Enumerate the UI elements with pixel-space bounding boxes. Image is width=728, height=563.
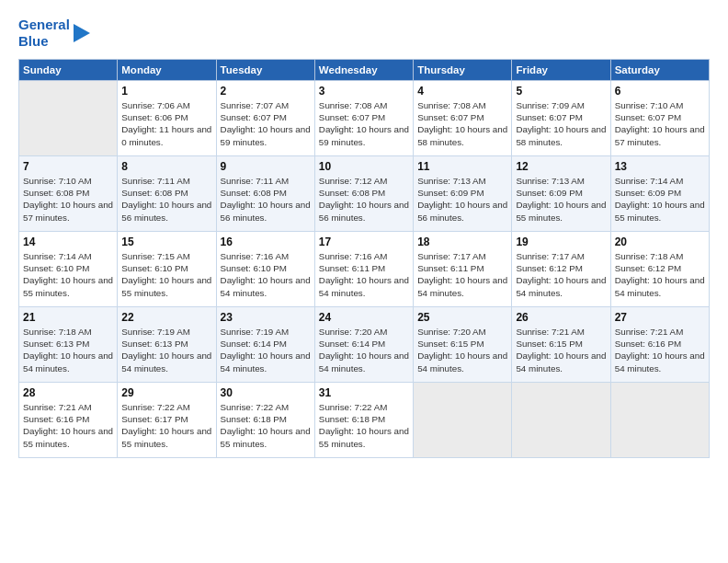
day-info: Sunrise: 7:13 AMSunset: 6:09 PMDaylight:…	[516, 175, 606, 224]
day-cell: 29Sunrise: 7:22 AMSunset: 6:17 PMDayligh…	[118, 383, 216, 458]
day-cell	[610, 383, 709, 458]
day-cell: 19Sunrise: 7:17 AMSunset: 6:12 PMDayligh…	[512, 232, 610, 307]
day-cell: 7Sunrise: 7:10 AMSunset: 6:08 PMDaylight…	[19, 156, 118, 232]
day-cell: 5Sunrise: 7:09 AMSunset: 6:07 PMDaylight…	[512, 81, 610, 156]
day-info: Sunrise: 7:11 AMSunset: 6:08 PMDaylight:…	[221, 175, 311, 224]
day-info: Sunrise: 7:18 AMSunset: 6:13 PMDaylight:…	[23, 326, 113, 374]
day-number: 28	[23, 386, 113, 399]
day-cell: 25Sunrise: 7:20 AMSunset: 6:15 PMDayligh…	[414, 307, 512, 383]
day-number: 19	[516, 236, 606, 248]
day-info: Sunrise: 7:07 AMSunset: 6:07 PMDaylight:…	[221, 99, 311, 148]
logo-text-line2: Blue	[18, 33, 49, 50]
header-day: Saturday	[610, 60, 709, 81]
day-cell: 28Sunrise: 7:21 AMSunset: 6:16 PMDayligh…	[19, 383, 118, 458]
day-info: Sunrise: 7:17 AMSunset: 6:12 PMDaylight:…	[516, 250, 606, 299]
day-info: Sunrise: 7:21 AMSunset: 6:16 PMDaylight:…	[23, 401, 113, 450]
day-number: 22	[121, 311, 211, 324]
day-info: Sunrise: 7:15 AMSunset: 6:10 PMDaylight:…	[121, 250, 211, 299]
header-row: SundayMondayTuesdayWednesdayThursdayFrid…	[19, 60, 710, 81]
day-info: Sunrise: 7:20 AMSunset: 6:14 PMDaylight:…	[319, 326, 409, 374]
day-number: 10	[319, 160, 409, 173]
day-cell: 27Sunrise: 7:21 AMSunset: 6:16 PMDayligh…	[610, 307, 709, 383]
day-cell	[512, 383, 610, 458]
day-info: Sunrise: 7:10 AMSunset: 6:08 PMDaylight:…	[23, 175, 113, 224]
day-number: 29	[121, 386, 211, 399]
day-info: Sunrise: 7:13 AMSunset: 6:09 PMDaylight:…	[417, 175, 507, 224]
day-number: 6	[615, 85, 705, 98]
day-number: 15	[121, 236, 211, 248]
day-number: 20	[615, 236, 705, 248]
day-cell: 11Sunrise: 7:13 AMSunset: 6:09 PMDayligh…	[414, 156, 512, 232]
day-number: 14	[23, 236, 113, 248]
day-cell: 16Sunrise: 7:16 AMSunset: 6:10 PMDayligh…	[216, 232, 314, 307]
day-number: 30	[221, 386, 311, 399]
svg-marker-0	[74, 24, 90, 42]
day-info: Sunrise: 7:10 AMSunset: 6:07 PMDaylight:…	[615, 99, 705, 148]
day-cell: 30Sunrise: 7:22 AMSunset: 6:18 PMDayligh…	[216, 383, 314, 458]
day-info: Sunrise: 7:19 AMSunset: 6:14 PMDaylight:…	[221, 326, 311, 374]
day-number: 24	[319, 311, 409, 324]
day-number: 26	[516, 311, 606, 324]
day-cell: 23Sunrise: 7:19 AMSunset: 6:14 PMDayligh…	[216, 307, 314, 383]
day-info: Sunrise: 7:12 AMSunset: 6:08 PMDaylight:…	[319, 175, 409, 224]
day-number: 3	[319, 85, 409, 98]
day-number: 21	[23, 311, 113, 324]
day-number: 13	[615, 160, 705, 173]
day-number: 5	[516, 85, 606, 98]
day-number: 11	[417, 160, 507, 173]
day-cell: 18Sunrise: 7:17 AMSunset: 6:11 PMDayligh…	[414, 232, 512, 307]
day-cell: 1Sunrise: 7:06 AMSunset: 6:06 PMDaylight…	[118, 81, 216, 156]
day-number: 12	[516, 160, 606, 173]
day-cell: 12Sunrise: 7:13 AMSunset: 6:09 PMDayligh…	[512, 156, 610, 232]
day-info: Sunrise: 7:22 AMSunset: 6:18 PMDaylight:…	[319, 401, 409, 450]
day-number: 9	[221, 160, 311, 173]
day-cell	[19, 81, 118, 156]
day-info: Sunrise: 7:22 AMSunset: 6:17 PMDaylight:…	[121, 401, 211, 450]
header-day: Friday	[512, 60, 610, 81]
day-info: Sunrise: 7:18 AMSunset: 6:12 PMDaylight:…	[615, 250, 705, 299]
week-row: 1Sunrise: 7:06 AMSunset: 6:06 PMDaylight…	[19, 81, 710, 156]
day-info: Sunrise: 7:09 AMSunset: 6:07 PMDaylight:…	[516, 99, 606, 148]
logo-arrow-icon	[72, 20, 92, 46]
week-row: 28Sunrise: 7:21 AMSunset: 6:16 PMDayligh…	[19, 383, 710, 458]
day-cell: 22Sunrise: 7:19 AMSunset: 6:13 PMDayligh…	[118, 307, 216, 383]
day-info: Sunrise: 7:16 AMSunset: 6:10 PMDaylight:…	[221, 250, 311, 299]
header-day: Monday	[118, 60, 216, 81]
day-cell: 14Sunrise: 7:14 AMSunset: 6:10 PMDayligh…	[19, 232, 118, 307]
day-info: Sunrise: 7:08 AMSunset: 6:07 PMDaylight:…	[417, 99, 507, 148]
day-cell: 2Sunrise: 7:07 AMSunset: 6:07 PMDaylight…	[216, 81, 314, 156]
day-info: Sunrise: 7:16 AMSunset: 6:11 PMDaylight:…	[319, 250, 409, 299]
day-number: 17	[319, 236, 409, 248]
header-day: Sunday	[19, 60, 118, 81]
page: General Blue SundayMondayTuesdayWednesda…	[0, 0, 728, 563]
day-number: 25	[417, 311, 507, 324]
calendar-table: SundayMondayTuesdayWednesdayThursdayFrid…	[18, 59, 710, 458]
day-number: 31	[319, 386, 409, 399]
day-cell: 15Sunrise: 7:15 AMSunset: 6:10 PMDayligh…	[118, 232, 216, 307]
day-number: 16	[221, 236, 311, 248]
day-info: Sunrise: 7:21 AMSunset: 6:15 PMDaylight:…	[516, 326, 606, 374]
week-row: 7Sunrise: 7:10 AMSunset: 6:08 PMDaylight…	[19, 156, 710, 232]
day-info: Sunrise: 7:21 AMSunset: 6:16 PMDaylight:…	[615, 326, 705, 374]
day-number: 4	[417, 85, 507, 98]
day-number: 23	[221, 311, 311, 324]
logo-graphic: General Blue	[18, 17, 92, 50]
day-info: Sunrise: 7:14 AMSunset: 6:10 PMDaylight:…	[23, 250, 113, 299]
day-cell: 4Sunrise: 7:08 AMSunset: 6:07 PMDaylight…	[414, 81, 512, 156]
logo-text-line1: General	[18, 17, 70, 33]
day-cell: 3Sunrise: 7:08 AMSunset: 6:07 PMDaylight…	[314, 81, 413, 156]
day-number: 18	[417, 236, 507, 248]
day-cell: 17Sunrise: 7:16 AMSunset: 6:11 PMDayligh…	[314, 232, 413, 307]
header-day: Thursday	[414, 60, 512, 81]
day-number: 8	[121, 160, 211, 173]
day-cell: 9Sunrise: 7:11 AMSunset: 6:08 PMDaylight…	[216, 156, 314, 232]
day-cell: 31Sunrise: 7:22 AMSunset: 6:18 PMDayligh…	[314, 383, 413, 458]
week-row: 14Sunrise: 7:14 AMSunset: 6:10 PMDayligh…	[19, 232, 710, 307]
day-info: Sunrise: 7:19 AMSunset: 6:13 PMDaylight:…	[121, 326, 211, 374]
day-cell: 20Sunrise: 7:18 AMSunset: 6:12 PMDayligh…	[610, 232, 709, 307]
day-number: 27	[615, 311, 705, 324]
header: General Blue	[18, 17, 710, 50]
day-number: 2	[221, 85, 311, 98]
day-cell	[414, 383, 512, 458]
day-info: Sunrise: 7:08 AMSunset: 6:07 PMDaylight:…	[319, 99, 409, 148]
